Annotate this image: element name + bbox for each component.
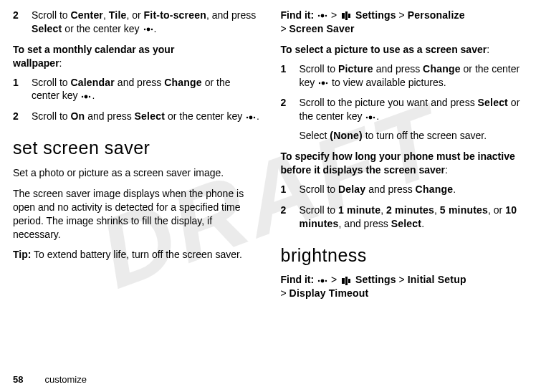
svg-point-21 bbox=[318, 279, 320, 281]
heading-screen-saver: set screen saver bbox=[13, 136, 261, 161]
svg-point-4 bbox=[85, 95, 88, 98]
center-key-icon bbox=[365, 114, 375, 121]
svg-rect-13 bbox=[345, 11, 348, 20]
text: , bbox=[103, 9, 109, 21]
text: or the center key bbox=[165, 110, 245, 122]
text: To select a picture to use as a screen s… bbox=[281, 44, 487, 55]
text: to view available pictures. bbox=[329, 77, 446, 88]
find-it-path-2: Find it: > Settings > Initial Setup > Di… bbox=[281, 273, 529, 300]
lead-delay: To specify how long your phone must be i… bbox=[281, 150, 529, 177]
text: . bbox=[453, 183, 456, 195]
svg-point-22 bbox=[321, 279, 325, 282]
option-on: On bbox=[70, 110, 85, 122]
svg-point-17 bbox=[326, 82, 327, 84]
text: Scroll to bbox=[32, 110, 70, 122]
heading-brightness: brightness bbox=[281, 244, 529, 268]
text: , bbox=[434, 204, 440, 216]
text: , bbox=[380, 204, 386, 216]
right-column: Find it: > Settings > Personalize > Scre… bbox=[281, 9, 529, 364]
tip-label: Tip: bbox=[13, 249, 31, 260]
option-picture: Picture bbox=[338, 63, 373, 75]
text: . bbox=[92, 90, 95, 101]
text: , or bbox=[126, 9, 143, 21]
text: , or bbox=[488, 204, 505, 216]
tools-icon bbox=[341, 277, 351, 285]
option-2min: 2 minutes bbox=[386, 204, 434, 216]
text: or the center key bbox=[62, 23, 142, 34]
tip-text: To extend battery life, turn off the scr… bbox=[31, 249, 241, 260]
text: Scroll to bbox=[300, 183, 338, 195]
step-body: Scroll to Delay and press Change. bbox=[300, 183, 529, 196]
step-d2: 2 Scroll to 1 minute, 2 minutes, 5 minut… bbox=[281, 204, 529, 231]
step-2b: 2 Scroll to On and press Select or the c… bbox=[13, 110, 261, 123]
find-it-label: Find it: bbox=[281, 274, 315, 285]
find-it-label: Find it: bbox=[281, 9, 315, 21]
svg-point-7 bbox=[249, 115, 253, 119]
step-r1: 1 Scroll to Picture and press Change or … bbox=[281, 62, 529, 90]
center-key-icon bbox=[143, 26, 153, 33]
text: : bbox=[59, 57, 62, 69]
svg-point-20 bbox=[373, 116, 375, 118]
step-number: 2 bbox=[281, 96, 300, 143]
text: To set a monthly calendar as your bbox=[13, 44, 174, 55]
option-delay: Delay bbox=[338, 183, 365, 195]
step-number: 2 bbox=[13, 110, 32, 123]
text: and press bbox=[115, 77, 164, 88]
svg-point-10 bbox=[321, 14, 325, 18]
svg-point-19 bbox=[369, 115, 373, 119]
svg-rect-14 bbox=[348, 14, 350, 18]
footer-section: customize bbox=[44, 373, 87, 386]
text: Scroll to bbox=[300, 204, 338, 216]
find-it-path: Find it: > Settings > Personalize > Scre… bbox=[281, 9, 529, 36]
step-body: Scroll to the picture you want and press… bbox=[300, 96, 529, 143]
step-r2: 2 Scroll to the picture you want and pre… bbox=[281, 96, 529, 143]
step-body: Scroll to 1 minute, 2 minutes, 5 minutes… bbox=[300, 204, 529, 231]
gt: > bbox=[396, 274, 408, 285]
text: , and press bbox=[206, 9, 256, 21]
step-number: 1 bbox=[13, 76, 32, 103]
path-settings: Settings bbox=[355, 274, 396, 285]
gt: > bbox=[328, 9, 340, 21]
step-body: Scroll to Center, Tile, or Fit-to-screen… bbox=[32, 9, 261, 36]
svg-point-16 bbox=[322, 81, 325, 85]
step-number: 2 bbox=[13, 9, 32, 36]
text: Scroll to bbox=[32, 77, 70, 88]
tip-paragraph: Tip: To extend battery life, turn off th… bbox=[13, 248, 261, 262]
text: . bbox=[376, 110, 379, 122]
text: Scroll to bbox=[300, 63, 338, 75]
gt: > bbox=[328, 274, 340, 285]
option-1min: 1 minute bbox=[338, 204, 380, 216]
option-select: Select bbox=[32, 23, 62, 34]
text: . bbox=[421, 218, 424, 229]
svg-point-3 bbox=[82, 96, 83, 97]
path-personalize: Personalize bbox=[408, 9, 465, 21]
svg-point-1 bbox=[146, 28, 150, 32]
step-body: Scroll to On and press Select or the cen… bbox=[32, 110, 261, 123]
option-5min: 5 minutes bbox=[440, 204, 488, 216]
gt: > bbox=[281, 23, 289, 34]
svg-rect-25 bbox=[345, 277, 348, 285]
text: and press bbox=[373, 63, 423, 75]
text: to turn off the screen saver. bbox=[363, 130, 487, 141]
path-display-timeout: Display Timeout bbox=[289, 287, 369, 299]
svg-rect-12 bbox=[342, 13, 345, 19]
center-key-icon bbox=[81, 93, 91, 100]
svg-point-11 bbox=[325, 15, 327, 16]
page-number: 58 bbox=[13, 373, 23, 386]
path-settings: Settings bbox=[355, 9, 396, 21]
svg-rect-26 bbox=[348, 279, 350, 283]
step-1: 1 Scroll to Calendar and press Change or… bbox=[13, 76, 261, 103]
text: . bbox=[257, 110, 259, 122]
text: , and press bbox=[339, 218, 391, 229]
option-center: Center bbox=[70, 9, 103, 21]
option-change: Change bbox=[416, 183, 454, 195]
lead-wallpaper: To set a monthly calendar as your wallpa… bbox=[13, 43, 261, 70]
path-initial-setup: Initial Setup bbox=[408, 274, 466, 285]
option-calendar: Calendar bbox=[70, 77, 115, 88]
svg-point-5 bbox=[89, 96, 90, 97]
center-key-icon bbox=[246, 114, 256, 121]
svg-point-0 bbox=[143, 29, 145, 30]
gt: > bbox=[396, 9, 408, 21]
svg-point-8 bbox=[254, 116, 255, 118]
step-body: Scroll to Picture and press Change or th… bbox=[300, 62, 529, 90]
